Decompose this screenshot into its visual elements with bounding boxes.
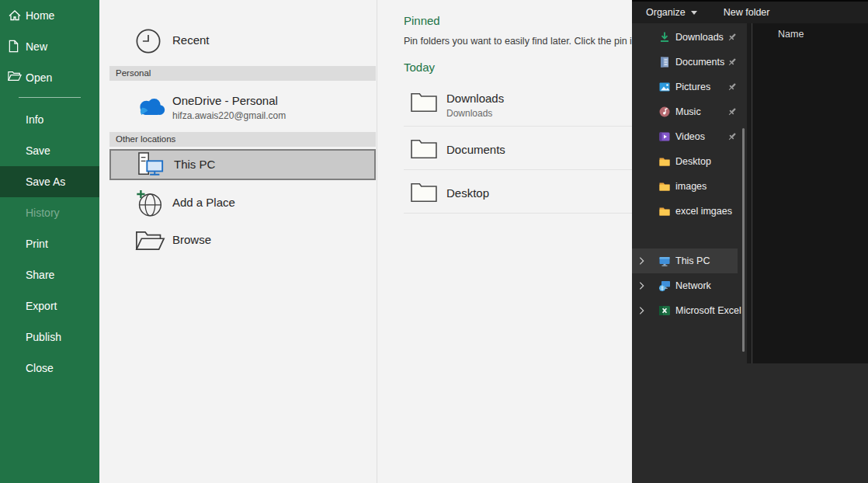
- other-locations-header: Other locations: [109, 132, 376, 147]
- organize-button[interactable]: Organize: [646, 7, 697, 18]
- sidebar-divider: [19, 97, 81, 98]
- folder-icon: [658, 180, 671, 193]
- sidebar-item-close[interactable]: Close: [0, 353, 99, 384]
- sidebar-item-share[interactable]: Share: [0, 259, 99, 290]
- nav-item-excel-imgaes[interactable]: excel imgaes: [632, 199, 747, 224]
- tree-item-microsoft-excel[interactable]: Microsoft Excel: [632, 298, 747, 323]
- nav-item-music[interactable]: Music: [632, 99, 747, 124]
- clock-icon: [135, 28, 161, 54]
- pictures-icon: [658, 81, 671, 93]
- add-place-globe-icon: [135, 189, 164, 218]
- this-pc-label: This PC: [174, 158, 215, 171]
- nav-scrollbar[interactable]: [742, 128, 745, 352]
- save-dialog: Organize New folder Downloads: [632, 0, 868, 483]
- onedrive-row[interactable]: OneDrive - Personal hifza.awais220@gmail…: [109, 84, 376, 129]
- pin-icon[interactable]: [727, 32, 738, 43]
- chevron-right-icon[interactable]: [639, 282, 644, 290]
- tree-item-this-pc[interactable]: This PC: [632, 248, 738, 273]
- music-icon: [658, 106, 671, 118]
- nav-item-downloads[interactable]: Downloads: [632, 25, 747, 50]
- nav-item-pictures[interactable]: Pictures: [632, 75, 747, 99]
- pin-icon[interactable]: [727, 57, 738, 68]
- this-pc-row[interactable]: This PC: [109, 149, 376, 180]
- nav-item-documents[interactable]: Documents: [632, 50, 747, 75]
- pin-icon[interactable]: [727, 82, 738, 92]
- new-document-icon: [8, 40, 22, 54]
- recent-label: Recent: [172, 33, 210, 47]
- name-column-header[interactable]: Name: [778, 29, 804, 40]
- sidebar-menu-group: Info Save Save As History Print Share Ex…: [0, 104, 99, 384]
- tree-item-network[interactable]: Network: [632, 273, 747, 298]
- onedrive-title: OneDrive - Personal: [172, 94, 278, 107]
- chevron-right-icon[interactable]: [639, 307, 644, 315]
- sidebar-item-new[interactable]: New: [0, 31, 99, 62]
- divider: [404, 213, 632, 214]
- home-icon: [8, 9, 22, 23]
- pinned-description: Pin folders you want to easily find late…: [404, 36, 632, 47]
- open-folder-icon: [8, 71, 22, 85]
- divider: [404, 126, 632, 127]
- this-pc-icon: [137, 151, 166, 178]
- excel-icon: [658, 304, 671, 317]
- personal-section-header: Personal: [109, 66, 376, 81]
- today-title: Today: [404, 61, 435, 74]
- recent-row[interactable]: Recent: [109, 22, 376, 61]
- browse-folder-icon: [135, 229, 165, 252]
- dialog-toolbar: Organize New folder: [632, 0, 868, 23]
- nav-item-images[interactable]: images: [632, 174, 747, 199]
- folder-icon: [658, 155, 671, 168]
- onedrive-cloud-icon: [135, 96, 166, 116]
- sidebar-item-save[interactable]: Save: [0, 135, 99, 166]
- sidebar-top-group: Home New Open: [0, 0, 99, 93]
- dialog-file-list: Name: [753, 23, 868, 363]
- sidebar-item-save-as[interactable]: Save As: [0, 166, 99, 197]
- excel-backstage-save-as: Home New Open Info Save Save As History …: [0, 0, 868, 483]
- folder-icon: [658, 205, 671, 217]
- sidebar-item-export[interactable]: Export: [0, 290, 99, 321]
- pinned-folder-desktop[interactable]: Desktop: [377, 174, 632, 213]
- sidebar-item-history[interactable]: History: [0, 197, 99, 228]
- new-folder-button[interactable]: New folder: [724, 7, 770, 18]
- dialog-nav-pane: Downloads Documents Pictures: [632, 23, 747, 363]
- folder-icon: [410, 90, 438, 113]
- pane-splitter[interactable]: [752, 23, 752, 363]
- pinned-folders-panel: Pinned Pin folders you want to easily fi…: [377, 0, 632, 483]
- browse-row[interactable]: Browse: [109, 224, 376, 258]
- videos-icon: [658, 130, 671, 143]
- sidebar-item-open[interactable]: Open: [0, 62, 99, 93]
- download-icon: [658, 31, 671, 43]
- nav-item-desktop[interactable]: Desktop: [632, 149, 747, 174]
- folder-icon: [410, 180, 438, 203]
- sidebar-item-publish[interactable]: Publish: [0, 321, 99, 353]
- pin-icon[interactable]: [727, 131, 738, 142]
- chevron-right-icon[interactable]: [639, 257, 644, 266]
- sidebar-item-print[interactable]: Print: [0, 228, 99, 259]
- chevron-down-icon: [691, 11, 697, 15]
- computer-icon: [658, 255, 671, 267]
- onedrive-email: hifza.awais220@gmail.com: [172, 110, 286, 121]
- pinned-folder-downloads[interactable]: Downloads Downloads: [377, 84, 632, 126]
- add-place-row[interactable]: Add a Place: [109, 186, 376, 221]
- network-icon: [658, 280, 671, 292]
- pin-icon[interactable]: [727, 106, 738, 117]
- pinned-title: Pinned: [404, 14, 440, 27]
- save-as-places-panel: Recent Personal OneDrive - Personal hifz…: [99, 0, 377, 483]
- document-icon: [658, 56, 671, 68]
- backstage-sidebar: Home New Open Info Save Save As History …: [0, 0, 99, 483]
- nav-item-videos[interactable]: Videos: [632, 124, 747, 149]
- divider: [404, 169, 632, 170]
- dialog-bottom-bar: File name: Save as type: SYLK (Symbolic …: [632, 363, 868, 483]
- folder-icon: [410, 137, 438, 160]
- pinned-folder-documents[interactable]: Documents: [377, 130, 632, 169]
- sidebar-item-info[interactable]: Info: [0, 104, 99, 135]
- sidebar-item-home[interactable]: Home: [0, 0, 99, 31]
- browse-label: Browse: [172, 233, 211, 246]
- add-place-label: Add a Place: [172, 196, 235, 209]
